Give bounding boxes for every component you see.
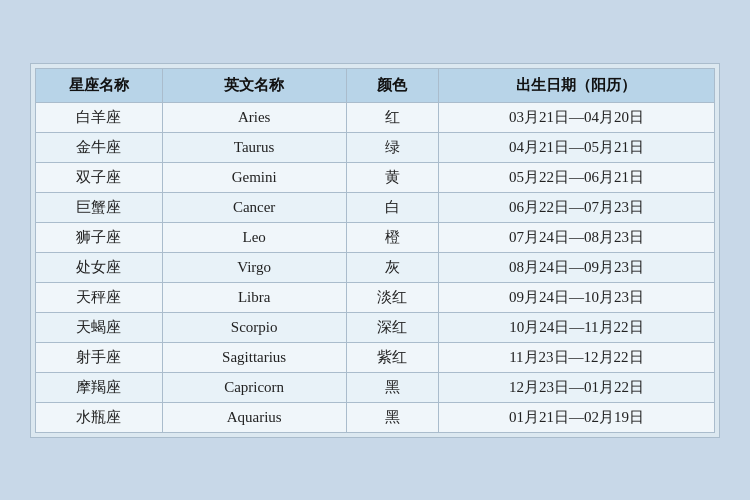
cell-color: 橙 bbox=[346, 222, 438, 252]
table-row: 水瓶座Aquarius黑01月21日—02月19日 bbox=[36, 402, 715, 432]
table-row: 巨蟹座Cancer白06月22日—07月23日 bbox=[36, 192, 715, 222]
cell-chinese: 射手座 bbox=[36, 342, 163, 372]
header-color: 颜色 bbox=[346, 68, 438, 102]
cell-date: 07月24日—08月23日 bbox=[438, 222, 714, 252]
cell-date: 08月24日—09月23日 bbox=[438, 252, 714, 282]
cell-english: Scorpio bbox=[162, 312, 346, 342]
zodiac-table: 星座名称 英文名称 颜色 出生日期（阳历） 白羊座Aries红03月21日—04… bbox=[35, 68, 715, 433]
cell-english: Capricorn bbox=[162, 372, 346, 402]
cell-date: 05月22日—06月21日 bbox=[438, 162, 714, 192]
cell-date: 12月23日—01月22日 bbox=[438, 372, 714, 402]
table-row: 射手座Sagittarius紫红11月23日—12月22日 bbox=[36, 342, 715, 372]
cell-chinese: 白羊座 bbox=[36, 102, 163, 132]
header-english: 英文名称 bbox=[162, 68, 346, 102]
cell-color: 白 bbox=[346, 192, 438, 222]
cell-color: 黄 bbox=[346, 162, 438, 192]
cell-english: Aries bbox=[162, 102, 346, 132]
header-chinese: 星座名称 bbox=[36, 68, 163, 102]
cell-date: 04月21日—05月21日 bbox=[438, 132, 714, 162]
cell-date: 09月24日—10月23日 bbox=[438, 282, 714, 312]
table-row: 处女座Virgo灰08月24日—09月23日 bbox=[36, 252, 715, 282]
cell-color: 淡红 bbox=[346, 282, 438, 312]
cell-english: Gemini bbox=[162, 162, 346, 192]
cell-date: 11月23日—12月22日 bbox=[438, 342, 714, 372]
table-row: 金牛座Taurus绿04月21日—05月21日 bbox=[36, 132, 715, 162]
cell-color: 深红 bbox=[346, 312, 438, 342]
cell-date: 01月21日—02月19日 bbox=[438, 402, 714, 432]
table-row: 天秤座Libra淡红09月24日—10月23日 bbox=[36, 282, 715, 312]
cell-color: 紫红 bbox=[346, 342, 438, 372]
cell-chinese: 摩羯座 bbox=[36, 372, 163, 402]
cell-chinese: 天蝎座 bbox=[36, 312, 163, 342]
cell-english: Libra bbox=[162, 282, 346, 312]
cell-english: Leo bbox=[162, 222, 346, 252]
header-date: 出生日期（阳历） bbox=[438, 68, 714, 102]
zodiac-table-container: 星座名称 英文名称 颜色 出生日期（阳历） 白羊座Aries红03月21日—04… bbox=[30, 63, 720, 438]
table-row: 白羊座Aries红03月21日—04月20日 bbox=[36, 102, 715, 132]
cell-chinese: 巨蟹座 bbox=[36, 192, 163, 222]
cell-date: 03月21日—04月20日 bbox=[438, 102, 714, 132]
cell-chinese: 水瓶座 bbox=[36, 402, 163, 432]
cell-date: 10月24日—11月22日 bbox=[438, 312, 714, 342]
cell-color: 黑 bbox=[346, 372, 438, 402]
cell-english: Cancer bbox=[162, 192, 346, 222]
table-row: 摩羯座Capricorn黑12月23日—01月22日 bbox=[36, 372, 715, 402]
cell-english: Aquarius bbox=[162, 402, 346, 432]
cell-english: Sagittarius bbox=[162, 342, 346, 372]
cell-date: 06月22日—07月23日 bbox=[438, 192, 714, 222]
cell-english: Virgo bbox=[162, 252, 346, 282]
table-header-row: 星座名称 英文名称 颜色 出生日期（阳历） bbox=[36, 68, 715, 102]
cell-chinese: 处女座 bbox=[36, 252, 163, 282]
cell-chinese: 双子座 bbox=[36, 162, 163, 192]
cell-chinese: 金牛座 bbox=[36, 132, 163, 162]
cell-chinese: 天秤座 bbox=[36, 282, 163, 312]
table-row: 天蝎座Scorpio深红10月24日—11月22日 bbox=[36, 312, 715, 342]
table-row: 双子座Gemini黄05月22日—06月21日 bbox=[36, 162, 715, 192]
cell-color: 红 bbox=[346, 102, 438, 132]
cell-chinese: 狮子座 bbox=[36, 222, 163, 252]
table-row: 狮子座Leo橙07月24日—08月23日 bbox=[36, 222, 715, 252]
cell-color: 黑 bbox=[346, 402, 438, 432]
cell-english: Taurus bbox=[162, 132, 346, 162]
cell-color: 绿 bbox=[346, 132, 438, 162]
table-body: 白羊座Aries红03月21日—04月20日金牛座Taurus绿04月21日—0… bbox=[36, 102, 715, 432]
cell-color: 灰 bbox=[346, 252, 438, 282]
